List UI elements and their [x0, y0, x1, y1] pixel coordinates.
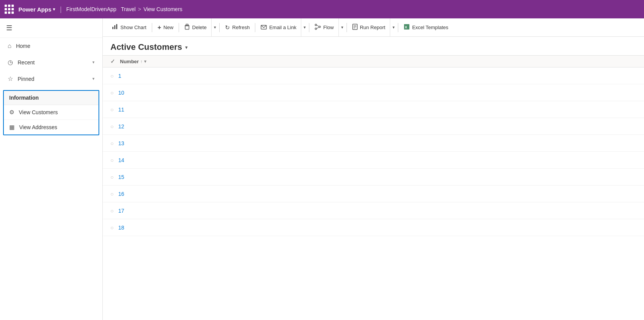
delete-button[interactable]: Delete	[180, 21, 211, 33]
table-header: ✓ Number ↑ ▾	[103, 55, 644, 67]
pinned-chevron: ▾	[92, 76, 95, 81]
new-button[interactable]: + New	[153, 22, 178, 33]
excel-icon: X	[404, 24, 410, 31]
sidebar-toggle[interactable]: ☰	[0, 18, 102, 38]
row-number-value[interactable]: 1	[118, 73, 121, 79]
sidebar-item-pinned[interactable]: ☆ Pinned ▾	[0, 71, 102, 87]
row-checkbox[interactable]: ○	[110, 225, 113, 231]
row-checkbox[interactable]: ○	[110, 157, 113, 163]
table-row[interactable]: ○ 1	[103, 67, 644, 84]
delete-label: Delete	[192, 25, 207, 30]
svg-rect-2	[116, 24, 117, 29]
sidebar-item-view-addresses[interactable]: ▦ View Addresses	[4, 120, 99, 135]
flow-dropdown-chevron[interactable]: ▾	[338, 18, 346, 36]
app-id: FirstModelDrivenApp	[66, 6, 117, 12]
flow-button[interactable]: Flow	[310, 21, 338, 33]
content-area: Show Chart + New Delete	[103, 18, 644, 320]
run-report-label: Run Report	[360, 25, 385, 30]
sidebar-item-pinned-label: Pinned	[18, 76, 34, 82]
table-row[interactable]: ○ 13	[103, 135, 644, 152]
excel-templates-button[interactable]: X Excel Templates	[399, 21, 453, 33]
svg-point-7	[315, 24, 317, 26]
sidebar-item-view-addresses-label: View Addresses	[19, 124, 57, 130]
email-dropdown-chevron[interactable]: ▾	[301, 18, 308, 36]
app-name[interactable]: Power Apps ▾	[18, 6, 55, 13]
table-row[interactable]: ○ 14	[103, 152, 644, 169]
toolbar-divider-2	[179, 23, 179, 32]
row-number-value[interactable]: 12	[118, 123, 124, 130]
table-row[interactable]: ○ 15	[103, 169, 644, 185]
flow-icon	[315, 24, 321, 31]
run-report-button[interactable]: Run Report	[348, 21, 390, 33]
toolbar-divider-5	[309, 23, 309, 32]
row-number-value[interactable]: 15	[118, 174, 124, 180]
new-icon: +	[158, 24, 161, 31]
row-number-value[interactable]: 10	[118, 90, 124, 96]
apps-icon[interactable]	[5, 5, 14, 14]
row-checkbox[interactable]: ○	[110, 90, 113, 96]
toolbar-divider-4	[255, 23, 255, 32]
breadcrumb-parent[interactable]: Travel	[121, 6, 136, 12]
run-report-dropdown-chevron[interactable]: ▾	[390, 18, 397, 36]
row-checkbox[interactable]: ○	[110, 73, 113, 79]
sidebar-item-recent-label: Recent	[18, 59, 34, 66]
table-row[interactable]: ○ 12	[103, 118, 644, 135]
row-checkbox[interactable]: ○	[110, 208, 113, 214]
toolbar-divider-7	[398, 23, 398, 32]
svg-point-9	[315, 28, 317, 30]
sidebar-item-view-customers[interactable]: ⚙ View Customers	[4, 105, 99, 120]
row-number-value[interactable]: 13	[118, 140, 124, 146]
table-row[interactable]: ○ 16	[103, 185, 644, 202]
table-row[interactable]: ○ 17	[103, 202, 644, 219]
table-row[interactable]: ○ 18	[103, 219, 644, 236]
sidebar-item-home[interactable]: ⌂ Home	[0, 38, 102, 54]
view-addresses-icon: ▦	[9, 124, 15, 131]
view-customers-icon: ⚙	[9, 109, 14, 116]
view-title: Active Customers	[110, 42, 182, 52]
header-checkbox[interactable]: ✓	[110, 58, 115, 65]
column-number[interactable]: Number ↑ ▾	[120, 59, 146, 64]
email-link-label: Email a Link	[269, 25, 296, 30]
app-name-chevron: ▾	[53, 7, 55, 12]
recent-icon: ◷	[8, 59, 13, 66]
svg-rect-4	[186, 24, 188, 25]
row-checkbox[interactable]: ○	[110, 123, 113, 130]
toolbar: Show Chart + New Delete	[103, 18, 644, 37]
refresh-button[interactable]: ↻ Refresh	[220, 22, 255, 33]
email-icon	[261, 24, 267, 31]
new-label: New	[163, 25, 173, 30]
row-checkbox[interactable]: ○	[110, 140, 113, 146]
refresh-label: Refresh	[232, 25, 250, 30]
row-number-value[interactable]: 18	[118, 225, 124, 231]
breadcrumb-separator: >	[138, 6, 141, 12]
toolbar-divider-1	[152, 23, 152, 32]
email-link-button[interactable]: Email a Link	[256, 22, 301, 33]
sidebar-item-recent[interactable]: ◷ Recent ▾	[0, 54, 102, 71]
flow-label: Flow	[323, 25, 334, 30]
row-checkbox[interactable]: ○	[110, 174, 113, 180]
sidebar-item-home-label: Home	[16, 43, 30, 49]
column-sort-icon: ↑	[140, 59, 143, 64]
delete-dropdown-chevron[interactable]: ▾	[211, 18, 219, 36]
table-row[interactable]: ○ 11	[103, 101, 644, 118]
svg-text:X: X	[405, 25, 407, 29]
sidebar: ☰ ⌂ Home ◷ Recent ▾ ☆ Pinned ▾ Informati…	[0, 18, 103, 320]
table-row[interactable]: ○ 10	[103, 84, 644, 101]
breadcrumb: Travel > View Customers	[121, 6, 182, 12]
column-filter-icon[interactable]: ▾	[144, 59, 146, 64]
row-checkbox[interactable]: ○	[110, 107, 113, 113]
nav-separator: |	[60, 5, 62, 13]
information-section-header: Information	[4, 91, 99, 105]
row-number-value[interactable]: 14	[118, 157, 124, 163]
excel-templates-label: Excel Templates	[412, 25, 448, 30]
row-number-value[interactable]: 11	[118, 107, 124, 113]
view-title-chevron[interactable]: ▾	[185, 44, 188, 50]
home-icon: ⌂	[8, 43, 12, 49]
svg-line-11	[317, 27, 319, 29]
column-number-label: Number	[120, 59, 139, 64]
show-chart-icon	[112, 24, 118, 31]
row-number-value[interactable]: 16	[118, 191, 124, 197]
row-checkbox[interactable]: ○	[110, 191, 113, 197]
show-chart-button[interactable]: Show Chart	[107, 21, 151, 33]
row-number-value[interactable]: 17	[118, 208, 124, 214]
